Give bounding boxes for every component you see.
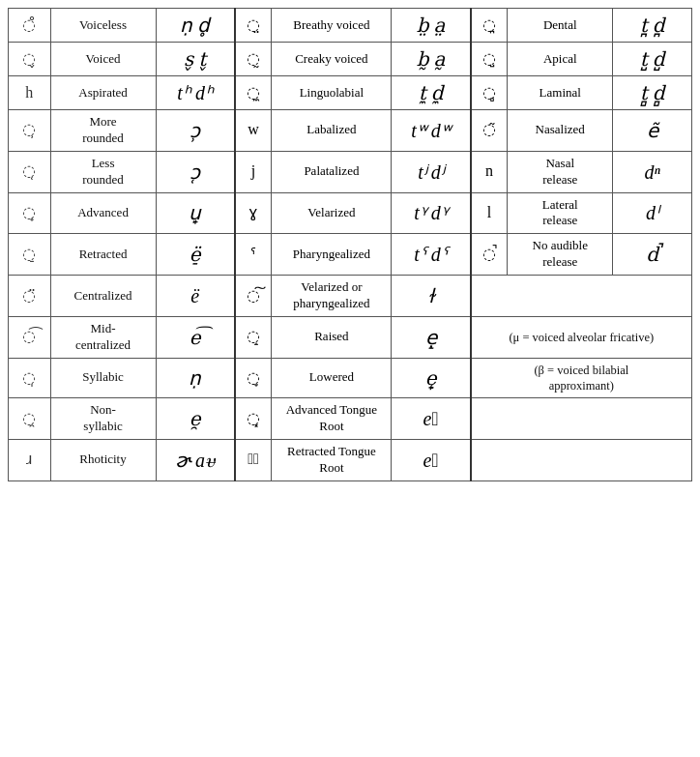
- diacritic-label: Mid-centralized: [50, 316, 156, 358]
- diacritic-label: Breathy voiced: [272, 9, 392, 43]
- diacritic-symbol: ę̞: [392, 358, 471, 398]
- diacritic-icon: ◌̚: [471, 234, 508, 276]
- diacritic-label: Retracted: [50, 234, 156, 276]
- diacritic-symbol: tʷ dʷ: [392, 110, 471, 152]
- empty-cell: [471, 276, 692, 317]
- diacritic-icon: ◌̬: [9, 43, 51, 76]
- diacritic-symbol: b̤ a̤: [392, 9, 471, 43]
- diacritic-icon: l: [471, 192, 508, 234]
- diacritic-label: Velarized: [272, 192, 392, 234]
- diacritic-label: Raised: [272, 316, 392, 358]
- diacritic-icon: ◌̪: [471, 9, 508, 43]
- diacritic-symbol: t̼ d̼: [392, 76, 471, 110]
- diacritic-icon: ◌̯: [9, 398, 51, 440]
- diacritic-icon: ɣ: [235, 192, 272, 234]
- diacritic-icon: ◌̼: [235, 76, 272, 110]
- diacritic-label: Advanced TongueRoot: [272, 398, 392, 440]
- diacritic-symbol: ụ̟: [156, 192, 235, 234]
- diacritic-symbol: ẽ: [613, 110, 692, 152]
- diacritic-label: Syllabic: [50, 358, 156, 398]
- diacritic-symbol: ṇ: [156, 358, 235, 398]
- diacritic-icon: ◌̹: [9, 110, 51, 152]
- diacritic-symbol: ë̠: [156, 234, 235, 276]
- diacritic-symbol: t̺ d̺: [613, 43, 692, 76]
- note-cell: (β = voiced bilabialapproximant): [471, 358, 692, 398]
- diacritic-symbol: tᵞ dᵞ: [392, 192, 471, 234]
- diacritic-symbol: dⁿ: [613, 151, 692, 192]
- diacritic-label: Lowered: [272, 358, 392, 398]
- diacritic-symbol: e͓: [392, 398, 471, 440]
- diacritic-symbol: e͡: [156, 316, 235, 358]
- diacritic-icon: n: [471, 151, 508, 192]
- diacritic-symbol: s̬ t̬: [156, 43, 235, 76]
- diacritic-icon: ◌͡: [9, 316, 51, 358]
- diacritic-symbol: d̚: [613, 234, 692, 276]
- diacritic-label: Nasalized: [508, 110, 613, 152]
- diacritic-label: Dental: [508, 9, 613, 43]
- diacritic-symbol: tʲ dʲ: [392, 151, 471, 192]
- diacritic-label: Voiceless: [50, 9, 156, 43]
- diacritic-label: Voiced: [50, 43, 156, 76]
- diacritic-icon: ◌͓: [235, 398, 272, 440]
- diacritic-symbol: tʰ dʰ: [156, 76, 235, 110]
- diacritic-icon: ◌̃: [471, 110, 508, 152]
- diacritic-icon: ◌̰: [235, 43, 272, 76]
- diacritic-icon: ◌̈: [9, 276, 51, 317]
- diacritic-symbol: ɔ̹: [156, 110, 235, 152]
- diacritic-label: Retracted TongueRoot: [272, 439, 392, 480]
- diacritic-symbol: dˡ: [613, 192, 692, 234]
- diacritic-label: Nasalrelease: [508, 151, 613, 192]
- empty-cell: [471, 398, 692, 440]
- diacritic-icon: ◌̩: [9, 358, 51, 398]
- note-cell: (μ = voiced alveolar fricative): [471, 316, 692, 358]
- diacritic-label: Laminal: [508, 76, 613, 110]
- empty-cell: [471, 439, 692, 480]
- diacritic-symbol: ë: [156, 276, 235, 317]
- diacritic-symbol: t̪ d̪: [613, 9, 692, 43]
- diacritic-label: Advanced: [50, 192, 156, 234]
- diacritic-label: Linguolabial: [272, 76, 392, 110]
- diacritic-label: Labalized: [272, 110, 392, 152]
- diacritic-icon: ◌̟: [9, 192, 51, 234]
- diacritic-symbol: ṇ d̥: [156, 9, 235, 43]
- diacritic-icon: h: [9, 76, 51, 110]
- diacritic-icon: ◌͔: [235, 439, 272, 480]
- diacritic-label: Palatalized: [272, 151, 392, 192]
- diacritic-label: Rhoticity: [50, 439, 156, 480]
- diacritic-icon: ◌̤: [235, 9, 272, 43]
- diacritic-label: Centralized: [50, 276, 156, 317]
- diacritic-label: Apical: [508, 43, 613, 76]
- diacritic-label: Morerounded: [50, 110, 156, 152]
- diacritic-symbol: ɫ: [392, 276, 471, 317]
- diacritic-label: Non-syllabic: [50, 398, 156, 440]
- diacritic-symbol: ɚ aᵿ: [156, 439, 235, 480]
- diacritic-icon: w: [235, 110, 272, 152]
- diacritic-label: No audiblerelease: [508, 234, 613, 276]
- diacritic-icon: ◌͠: [235, 276, 272, 317]
- diacritic-symbol: ẹ̝: [392, 316, 471, 358]
- diacritic-symbol: e̯: [156, 398, 235, 440]
- diacritic-symbol: ɔ̜: [156, 151, 235, 192]
- diacritic-label: Lateralrelease: [508, 192, 613, 234]
- diacritic-symbol: tˤ dˤ: [392, 234, 471, 276]
- diacritic-label: Velarized orpharyngealized: [272, 276, 392, 317]
- diacritic-icon: ◌̠: [9, 234, 51, 276]
- diacritics-table: ◌̊Voicelessṇ d̥◌̤Breathy voicedb̤ a̤◌̪De…: [8, 8, 692, 481]
- diacritic-icon: ◌̊: [9, 9, 51, 43]
- diacritic-icon: ◌̝: [235, 316, 272, 358]
- diacritic-label: Creaky voiced: [272, 43, 392, 76]
- diacritic-icon: ◌̞: [235, 358, 272, 398]
- diacritic-icon: j: [235, 151, 272, 192]
- diacritic-icon: ˤ: [235, 234, 272, 276]
- diacritic-label: Aspirated: [50, 76, 156, 110]
- diacritic-label: Pharyngealized: [272, 234, 392, 276]
- diacritic-symbol: b̰ a̰: [392, 43, 471, 76]
- diacritic-symbol: t̻ d̻: [613, 76, 692, 110]
- diacritic-icon: ◌̜: [9, 151, 51, 192]
- diacritic-symbol: e͔: [392, 439, 471, 480]
- diacritic-icon: ɹ: [9, 439, 51, 480]
- diacritic-label: Lessrounded: [50, 151, 156, 192]
- diacritic-icon: ◌̻: [471, 76, 508, 110]
- diacritic-icon: ◌̺: [471, 43, 508, 76]
